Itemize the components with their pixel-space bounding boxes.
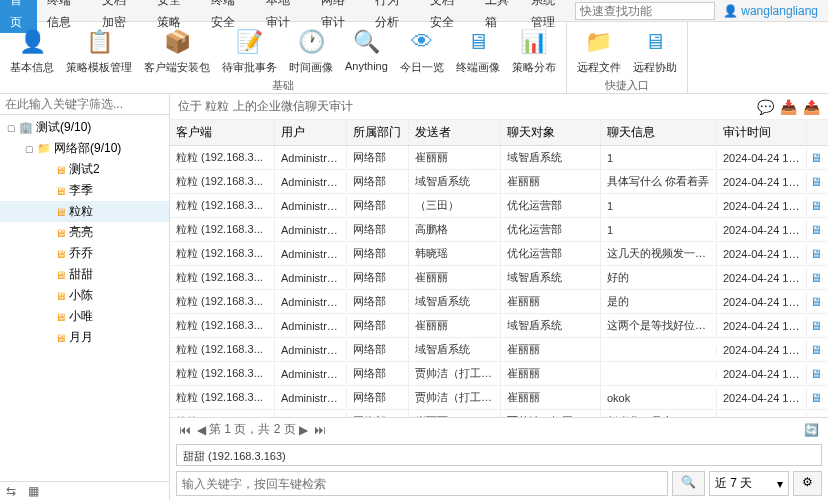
tree-node-icon: 🖥 — [55, 332, 66, 344]
ribbon-item[interactable]: 👤基本信息 — [4, 24, 60, 77]
row-detail-icon[interactable]: 🖥 — [807, 271, 825, 285]
ribbon-item[interactable]: 👁今日一览 — [394, 24, 450, 77]
table-row[interactable]: 粒粒 (192.168.3...Administra...网络部崔丽丽域智盾系统… — [170, 314, 828, 338]
ribbon-item[interactable]: 📝待审批事务 — [216, 24, 283, 77]
column-header[interactable]: 发送者 — [409, 120, 501, 145]
cell: 2024-04-24 17:24:00 — [717, 172, 807, 192]
column-header[interactable]: 客户端 — [170, 120, 275, 145]
tree-label: 小陈 — [69, 287, 93, 304]
user-name[interactable]: wanglangliang — [741, 4, 818, 18]
row-detail-icon[interactable]: 🖥 — [807, 199, 825, 213]
page-next-icon[interactable]: ▶ — [296, 423, 311, 437]
column-header[interactable]: 聊天对象 — [501, 120, 601, 145]
table-row[interactable]: 粒粒 (192.168.3...Administra...网络部（三田）优化运营… — [170, 194, 828, 218]
row-detail-icon[interactable]: 🖥 — [807, 151, 825, 165]
breadcrumb-text: 位于 粒粒 上的企业微信聊天审计 — [178, 98, 353, 115]
tree-item[interactable]: 🖥小陈 — [0, 285, 169, 306]
ribbon-item[interactable]: 📦客户端安装包 — [138, 24, 216, 77]
breadcrumb-bar: 位于 粒粒 上的企业微信聊天审计 💬 📥 📤 — [170, 94, 828, 120]
ribbon-item[interactable]: 🕐时间画像 — [283, 24, 339, 77]
tree-item[interactable]: 🖥小唯 — [0, 306, 169, 327]
ribbon-item[interactable]: 📁远程文件 — [571, 24, 627, 77]
sidebar-toggle-icon[interactable]: ⇆ — [0, 482, 22, 500]
table-row[interactable]: 粒粒 (192.168.3...Administra...网络部崔丽丽域智盾系统… — [170, 266, 828, 290]
table-row[interactable]: 粒粒 (192.168.3...Administra...网络部域智盾系统崔丽丽… — [170, 290, 828, 314]
table-row[interactable]: 粒粒 (192.168.3...Administra...网络部贾帅洁（打工版）… — [170, 386, 828, 410]
column-header[interactable]: 审计时间 — [717, 120, 807, 145]
row-detail-icon[interactable]: 🖥 — [807, 223, 825, 237]
ribbon-icon: 📝 — [234, 26, 266, 58]
cell: 崔丽丽 — [409, 410, 501, 417]
ribbon-item[interactable]: 🔍Anything — [339, 24, 394, 77]
tree-item[interactable]: ▢🏢测试(9/10) — [0, 117, 169, 138]
table-row[interactable]: 粒粒 (192.168.3...Administra...网络部高鹏格优化运营部… — [170, 218, 828, 242]
tree-item[interactable]: ▢📁网络部(9/10) — [0, 138, 169, 159]
sidebar-grid-icon[interactable]: ▦ — [22, 482, 45, 500]
tree-item[interactable]: 🖥李季 — [0, 180, 169, 201]
sidebar-search-input[interactable] — [0, 94, 169, 115]
tree-label: 甜甜 — [69, 266, 93, 283]
row-detail-icon[interactable]: 🖥 — [807, 343, 825, 357]
ribbon-label: 客户端安装包 — [144, 60, 210, 75]
tree-node-icon: 📁 — [37, 142, 51, 155]
column-header[interactable]: 聊天信息 — [601, 120, 717, 145]
table-row[interactable]: 粒粒 (192.168.3...Administra...网络部崔丽丽域智盾系统… — [170, 146, 828, 170]
import-icon[interactable]: 📥 — [780, 99, 797, 115]
table-row[interactable]: 粒粒 (192.168.3...Administra...网络部贾帅洁（打工版）… — [170, 362, 828, 386]
tree-item[interactable]: 🖥粒粒 — [0, 201, 169, 222]
tree-twisty-icon: ▢ — [6, 123, 16, 133]
cell: 网络部 — [347, 218, 409, 241]
row-detail-icon[interactable]: 🖥 — [807, 295, 825, 309]
cell: 粒粒 (192.168.3... — [170, 218, 275, 241]
tree-item[interactable]: 🖥亮亮 — [0, 222, 169, 243]
tree-item[interactable]: 🖥甜甜 — [0, 264, 169, 285]
row-detail-icon[interactable]: 🖥 — [807, 175, 825, 189]
ribbon-item[interactable]: 🖥远程协助 — [627, 24, 683, 77]
row-detail-icon[interactable]: 🖥 — [807, 367, 825, 381]
cell: 网络部 — [347, 194, 409, 217]
chat-icon[interactable]: 💬 — [757, 99, 774, 115]
tree-item[interactable]: 🖥测试2 — [0, 159, 169, 180]
filter-search-button[interactable]: 🔍 — [672, 471, 705, 496]
cell: 粒粒 (192.168.3... — [170, 242, 275, 265]
export-icon[interactable]: 📤 — [803, 99, 820, 115]
cell: okok — [601, 388, 717, 408]
row-detail-icon[interactable]: 🖥 — [807, 319, 825, 333]
cell: 是的 — [601, 290, 717, 313]
cell: 网络部 — [347, 386, 409, 409]
filter-period-label: 近 7 天 — [715, 475, 752, 492]
column-header[interactable]: 用户 — [275, 120, 347, 145]
cell: 2024-04-24 17:10:00 — [717, 340, 807, 360]
table-row[interactable]: 粒粒 (192.168.3...Administra...网络部韩晓瑶优化运营部… — [170, 242, 828, 266]
cell: Administra... — [275, 268, 347, 288]
tree-item[interactable]: 🖥月月 — [0, 327, 169, 348]
tree-item[interactable]: 🖥乔乔 — [0, 243, 169, 264]
filter-settings-button[interactable]: ⚙ — [793, 471, 822, 496]
cell: Administra... — [275, 148, 347, 168]
ribbon-item[interactable]: 🖥终端画像 — [450, 24, 506, 77]
tree-label: 小唯 — [69, 308, 93, 325]
row-detail-icon[interactable]: 🖥 — [807, 391, 825, 405]
page-prev-icon[interactable]: ◀ — [194, 423, 209, 437]
table-row[interactable]: 粒粒 (192.168.3...Administra...网络部域智盾系统崔丽丽… — [170, 338, 828, 362]
ribbon-label: 时间画像 — [289, 60, 333, 75]
page-last-icon[interactable]: ⏭ — [311, 423, 329, 437]
tree-node-icon: 🖥 — [55, 290, 66, 302]
table-row[interactable]: 粒粒 (192.168.3...Administra...网络部崔丽丽贾帅洁（打… — [170, 410, 828, 417]
cell: Administra... — [275, 172, 347, 192]
ribbon-label: 策略模板管理 — [66, 60, 132, 75]
ribbon-item[interactable]: 📋策略模板管理 — [60, 24, 138, 77]
column-header[interactable]: 所属部门 — [347, 120, 409, 145]
filter-input[interactable] — [176, 471, 668, 496]
page-first-icon[interactable]: ⏮ — [176, 423, 194, 437]
ribbon-icon: 🖥 — [639, 26, 671, 58]
table-row[interactable]: 粒粒 (192.168.3...Administra...网络部域智盾系统崔丽丽… — [170, 170, 828, 194]
cell: Administra... — [275, 388, 347, 408]
ribbon-item[interactable]: 📊策略分布 — [506, 24, 562, 77]
refresh-icon[interactable]: 🔄 — [801, 423, 822, 437]
row-detail-icon[interactable]: 🖥 — [807, 247, 825, 261]
cell: 域智盾系统 — [409, 338, 501, 361]
cell: 粒粒 (192.168.3... — [170, 386, 275, 409]
global-search-input[interactable] — [575, 2, 715, 20]
filter-period-select[interactable]: 近 7 天 ▾ — [709, 471, 789, 496]
